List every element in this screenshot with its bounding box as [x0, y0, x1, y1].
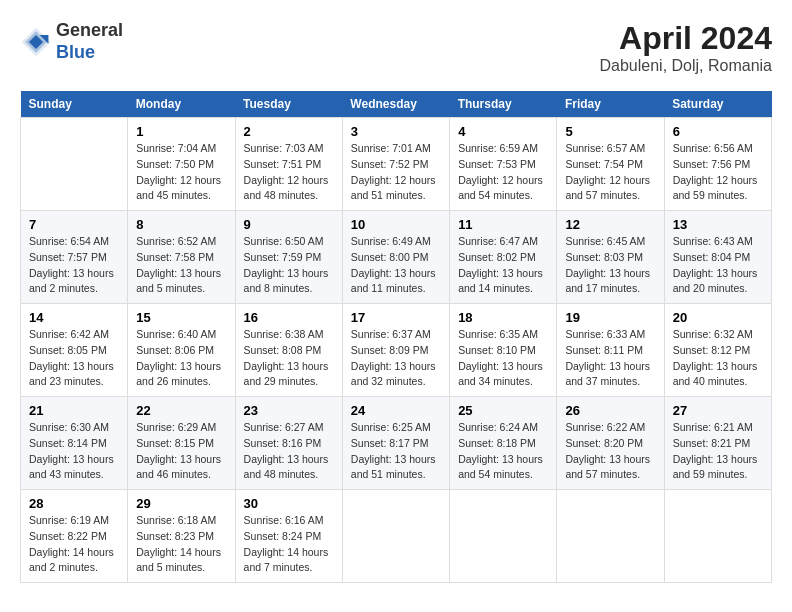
calendar-cell	[664, 490, 771, 583]
calendar-cell: 20Sunrise: 6:32 AMSunset: 8:12 PMDayligh…	[664, 304, 771, 397]
logo: General Blue	[20, 20, 123, 63]
day-info: Sunrise: 6:35 AMSunset: 8:10 PMDaylight:…	[458, 327, 548, 390]
day-info: Sunrise: 6:27 AMSunset: 8:16 PMDaylight:…	[244, 420, 334, 483]
weekday-header: Friday	[557, 91, 664, 118]
weekday-header: Saturday	[664, 91, 771, 118]
day-info: Sunrise: 6:50 AMSunset: 7:59 PMDaylight:…	[244, 234, 334, 297]
calendar-cell: 25Sunrise: 6:24 AMSunset: 8:18 PMDayligh…	[450, 397, 557, 490]
calendar-cell	[21, 118, 128, 211]
calendar-cell	[557, 490, 664, 583]
day-number: 13	[673, 217, 763, 232]
calendar-week-row: 28Sunrise: 6:19 AMSunset: 8:22 PMDayligh…	[21, 490, 772, 583]
calendar-cell: 18Sunrise: 6:35 AMSunset: 8:10 PMDayligh…	[450, 304, 557, 397]
day-number: 2	[244, 124, 334, 139]
day-info: Sunrise: 6:22 AMSunset: 8:20 PMDaylight:…	[565, 420, 655, 483]
day-number: 15	[136, 310, 226, 325]
calendar-cell: 1Sunrise: 7:04 AMSunset: 7:50 PMDaylight…	[128, 118, 235, 211]
day-info: Sunrise: 6:45 AMSunset: 8:03 PMDaylight:…	[565, 234, 655, 297]
calendar-cell	[342, 490, 449, 583]
day-info: Sunrise: 6:25 AMSunset: 8:17 PMDaylight:…	[351, 420, 441, 483]
day-info: Sunrise: 6:30 AMSunset: 8:14 PMDaylight:…	[29, 420, 119, 483]
calendar-cell: 16Sunrise: 6:38 AMSunset: 8:08 PMDayligh…	[235, 304, 342, 397]
day-number: 4	[458, 124, 548, 139]
calendar-cell: 17Sunrise: 6:37 AMSunset: 8:09 PMDayligh…	[342, 304, 449, 397]
weekday-header: Thursday	[450, 91, 557, 118]
calendar-cell: 30Sunrise: 6:16 AMSunset: 8:24 PMDayligh…	[235, 490, 342, 583]
weekday-header: Monday	[128, 91, 235, 118]
calendar-week-row: 1Sunrise: 7:04 AMSunset: 7:50 PMDaylight…	[21, 118, 772, 211]
day-info: Sunrise: 6:19 AMSunset: 8:22 PMDaylight:…	[29, 513, 119, 576]
day-info: Sunrise: 6:16 AMSunset: 8:24 PMDaylight:…	[244, 513, 334, 576]
day-info: Sunrise: 7:03 AMSunset: 7:51 PMDaylight:…	[244, 141, 334, 204]
day-number: 17	[351, 310, 441, 325]
calendar-week-row: 7Sunrise: 6:54 AMSunset: 7:57 PMDaylight…	[21, 211, 772, 304]
day-number: 21	[29, 403, 119, 418]
day-info: Sunrise: 6:49 AMSunset: 8:00 PMDaylight:…	[351, 234, 441, 297]
day-info: Sunrise: 6:57 AMSunset: 7:54 PMDaylight:…	[565, 141, 655, 204]
day-info: Sunrise: 7:01 AMSunset: 7:52 PMDaylight:…	[351, 141, 441, 204]
day-info: Sunrise: 6:40 AMSunset: 8:06 PMDaylight:…	[136, 327, 226, 390]
day-number: 14	[29, 310, 119, 325]
day-info: Sunrise: 6:21 AMSunset: 8:21 PMDaylight:…	[673, 420, 763, 483]
day-number: 26	[565, 403, 655, 418]
day-number: 11	[458, 217, 548, 232]
weekday-header-row: SundayMondayTuesdayWednesdayThursdayFrid…	[21, 91, 772, 118]
day-number: 27	[673, 403, 763, 418]
calendar-week-row: 14Sunrise: 6:42 AMSunset: 8:05 PMDayligh…	[21, 304, 772, 397]
calendar-cell: 6Sunrise: 6:56 AMSunset: 7:56 PMDaylight…	[664, 118, 771, 211]
weekday-header: Sunday	[21, 91, 128, 118]
day-number: 24	[351, 403, 441, 418]
calendar-cell: 15Sunrise: 6:40 AMSunset: 8:06 PMDayligh…	[128, 304, 235, 397]
logo-text: General Blue	[56, 20, 123, 63]
day-info: Sunrise: 6:47 AMSunset: 8:02 PMDaylight:…	[458, 234, 548, 297]
calendar-cell: 10Sunrise: 6:49 AMSunset: 8:00 PMDayligh…	[342, 211, 449, 304]
day-info: Sunrise: 6:54 AMSunset: 7:57 PMDaylight:…	[29, 234, 119, 297]
calendar-cell: 29Sunrise: 6:18 AMSunset: 8:23 PMDayligh…	[128, 490, 235, 583]
calendar-cell	[450, 490, 557, 583]
calendar-cell: 13Sunrise: 6:43 AMSunset: 8:04 PMDayligh…	[664, 211, 771, 304]
calendar-week-row: 21Sunrise: 6:30 AMSunset: 8:14 PMDayligh…	[21, 397, 772, 490]
day-info: Sunrise: 6:59 AMSunset: 7:53 PMDaylight:…	[458, 141, 548, 204]
day-info: Sunrise: 6:24 AMSunset: 8:18 PMDaylight:…	[458, 420, 548, 483]
calendar-title: April 2024	[599, 20, 772, 57]
calendar-cell: 9Sunrise: 6:50 AMSunset: 7:59 PMDaylight…	[235, 211, 342, 304]
day-info: Sunrise: 6:29 AMSunset: 8:15 PMDaylight:…	[136, 420, 226, 483]
calendar-cell: 3Sunrise: 7:01 AMSunset: 7:52 PMDaylight…	[342, 118, 449, 211]
day-number: 28	[29, 496, 119, 511]
calendar-cell: 12Sunrise: 6:45 AMSunset: 8:03 PMDayligh…	[557, 211, 664, 304]
calendar-cell: 11Sunrise: 6:47 AMSunset: 8:02 PMDayligh…	[450, 211, 557, 304]
calendar-table: SundayMondayTuesdayWednesdayThursdayFrid…	[20, 91, 772, 583]
day-info: Sunrise: 6:38 AMSunset: 8:08 PMDaylight:…	[244, 327, 334, 390]
day-info: Sunrise: 7:04 AMSunset: 7:50 PMDaylight:…	[136, 141, 226, 204]
calendar-cell: 7Sunrise: 6:54 AMSunset: 7:57 PMDaylight…	[21, 211, 128, 304]
day-info: Sunrise: 6:18 AMSunset: 8:23 PMDaylight:…	[136, 513, 226, 576]
day-info: Sunrise: 6:43 AMSunset: 8:04 PMDaylight:…	[673, 234, 763, 297]
weekday-header: Wednesday	[342, 91, 449, 118]
calendar-cell: 28Sunrise: 6:19 AMSunset: 8:22 PMDayligh…	[21, 490, 128, 583]
day-number: 16	[244, 310, 334, 325]
day-number: 20	[673, 310, 763, 325]
day-number: 5	[565, 124, 655, 139]
day-number: 29	[136, 496, 226, 511]
day-number: 25	[458, 403, 548, 418]
title-block: April 2024 Dabuleni, Dolj, Romania	[599, 20, 772, 75]
day-number: 12	[565, 217, 655, 232]
day-number: 6	[673, 124, 763, 139]
day-number: 10	[351, 217, 441, 232]
calendar-cell: 21Sunrise: 6:30 AMSunset: 8:14 PMDayligh…	[21, 397, 128, 490]
weekday-header: Tuesday	[235, 91, 342, 118]
calendar-cell: 2Sunrise: 7:03 AMSunset: 7:51 PMDaylight…	[235, 118, 342, 211]
calendar-cell: 27Sunrise: 6:21 AMSunset: 8:21 PMDayligh…	[664, 397, 771, 490]
calendar-cell: 24Sunrise: 6:25 AMSunset: 8:17 PMDayligh…	[342, 397, 449, 490]
day-number: 30	[244, 496, 334, 511]
calendar-subtitle: Dabuleni, Dolj, Romania	[599, 57, 772, 75]
day-info: Sunrise: 6:56 AMSunset: 7:56 PMDaylight:…	[673, 141, 763, 204]
day-info: Sunrise: 6:52 AMSunset: 7:58 PMDaylight:…	[136, 234, 226, 297]
day-number: 7	[29, 217, 119, 232]
day-number: 18	[458, 310, 548, 325]
day-number: 19	[565, 310, 655, 325]
calendar-cell: 26Sunrise: 6:22 AMSunset: 8:20 PMDayligh…	[557, 397, 664, 490]
calendar-cell: 4Sunrise: 6:59 AMSunset: 7:53 PMDaylight…	[450, 118, 557, 211]
day-info: Sunrise: 6:42 AMSunset: 8:05 PMDaylight:…	[29, 327, 119, 390]
day-info: Sunrise: 6:33 AMSunset: 8:11 PMDaylight:…	[565, 327, 655, 390]
